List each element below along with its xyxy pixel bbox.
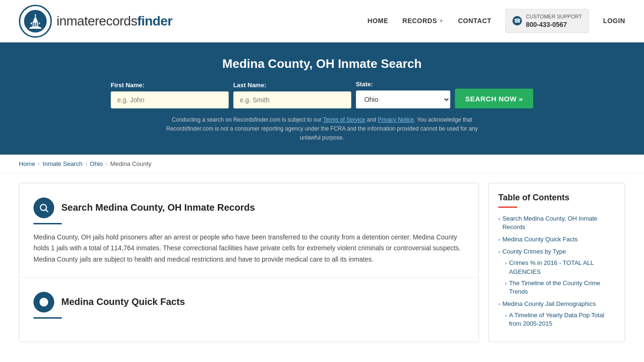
- section-header-search: Search Medina County, OH Inmate Records: [33, 197, 464, 218]
- section-title-facts: Medina County Quick Facts: [61, 296, 185, 307]
- svg-rect-10: [29, 28, 41, 29]
- section-underline-search: [33, 223, 62, 224]
- last-name-input[interactable]: [233, 91, 351, 108]
- toc-sub-crimes: › Crimes % in 2016 - TOTAL ALL AGENCIES …: [505, 259, 615, 296]
- svg-rect-8: [38, 23, 39, 26]
- toc-link-demographics[interactable]: › Medina County Jail Demographics: [498, 300, 615, 308]
- toc-link-facts[interactable]: › Medina County Quick Facts: [498, 235, 615, 244]
- section-title-search: Search Medina County, OH Inmate Records: [61, 202, 255, 213]
- toc-link-timeline[interactable]: › A Timeline of Yearly Data Pop Total fr…: [505, 311, 615, 328]
- first-name-input[interactable]: [111, 91, 229, 108]
- state-label: State:: [356, 81, 373, 88]
- breadcrumb-sep-2: ›: [85, 161, 87, 166]
- section-header-facts: Medina County Quick Facts: [33, 292, 464, 313]
- toc-arrow-2: ›: [498, 236, 500, 243]
- privacy-link[interactable]: Privacy Notice: [378, 116, 414, 123]
- search-button[interactable]: SEARCH NOW »: [455, 89, 534, 108]
- hero-title: Medina County, OH Inmate Search: [19, 57, 625, 71]
- hero-disclaimer: Conducting a search on Recordsfinder.com…: [162, 115, 482, 143]
- customer-support-button[interactable]: ☎ CUSTOMER SUPPORT 800-433-0567: [505, 9, 589, 33]
- toc-arrow-3: ›: [498, 248, 500, 255]
- toc-underline: [498, 206, 517, 208]
- hero-section: Medina County, OH Inmate Search First Na…: [0, 42, 644, 155]
- section-text-search: Medina County, OH jails hold prisoners a…: [33, 232, 464, 265]
- toc-link-crime-trends[interactable]: › The Timeline of the County Crime Trend…: [505, 279, 615, 296]
- logo[interactable]: inmaterecordsfinder: [19, 5, 173, 38]
- toc-arrow-sub-3: ›: [505, 312, 507, 319]
- toc-sub-item-crimes-2016: › Crimes % in 2016 - TOTAL ALL AGENCIES: [505, 259, 615, 276]
- breadcrumb-current: Medina County: [110, 160, 151, 167]
- toc-item-crimes: › County Crimes by Type › Crimes % in 20…: [498, 247, 615, 296]
- toc-link-crimes[interactable]: › County Crimes by Type: [498, 247, 615, 256]
- toc-item-demographics: › Medina County Jail Demographics › A Ti…: [498, 300, 615, 329]
- toc-arrow-sub-2: ›: [505, 280, 507, 287]
- main-content: Search Medina County, OH Inmate Records …: [0, 173, 644, 352]
- table-of-contents: Table of Contents › Search Medina County…: [488, 183, 625, 342]
- breadcrumb-sep-3: ›: [106, 161, 107, 166]
- tos-link[interactable]: Terms of Service: [323, 116, 365, 123]
- first-name-group: First Name:: [111, 82, 229, 108]
- first-name-label: First Name:: [111, 82, 145, 89]
- search-form: First Name: Last Name: State: Ohio SEARC…: [19, 81, 625, 108]
- toc-item-facts: › Medina County Quick Facts: [498, 235, 615, 244]
- last-name-group: Last Name:: [233, 82, 351, 108]
- toc-link-search[interactable]: › Search Medina County, OH Inmate Record…: [498, 214, 615, 231]
- logo-text: inmaterecordsfinder: [57, 14, 173, 29]
- section-underline-facts: [33, 317, 62, 319]
- content-left: Search Medina County, OH Inmate Records …: [19, 183, 479, 342]
- site-header: inmaterecordsfinder HOME RECORDS ▼ CONTA…: [0, 0, 644, 42]
- section-search-records: Search Medina County, OH Inmate Records …: [19, 183, 479, 278]
- svg-rect-6: [34, 23, 35, 26]
- toc-list: › Search Medina County, OH Inmate Record…: [498, 214, 615, 329]
- nav-home[interactable]: HOME: [368, 17, 388, 25]
- nav-records[interactable]: RECORDS ▼: [403, 17, 444, 25]
- svg-rect-9: [30, 27, 41, 28]
- toc-item-search: › Search Medina County, OH Inmate Record…: [498, 214, 615, 231]
- svg-rect-15: [43, 303, 44, 304]
- toc-arrow-1: ›: [498, 215, 500, 222]
- toc-sub-item-timeline: › A Timeline of Yearly Data Pop Total fr…: [505, 311, 615, 328]
- toc-title: Table of Contents: [498, 193, 615, 203]
- toc-link-crimes-2016[interactable]: › Crimes % in 2016 - TOTAL ALL AGENCIES: [505, 259, 615, 276]
- svg-line-12: [46, 210, 48, 212]
- breadcrumb-sep-1: ›: [38, 161, 40, 166]
- state-group: State: Ohio: [356, 81, 450, 108]
- toc-sub-demographics: › A Timeline of Yearly Data Pop Total fr…: [505, 311, 615, 328]
- support-text: CUSTOMER SUPPORT 800-433-0567: [526, 13, 582, 28]
- main-nav: HOME RECORDS ▼ CONTACT ☎ CUSTOMER SUPPOR…: [368, 9, 625, 33]
- section-quick-facts: Medina County Quick Facts: [19, 278, 479, 338]
- search-icon-circle: [33, 197, 54, 218]
- toc-arrow-4: ›: [498, 301, 500, 308]
- state-select[interactable]: Ohio: [356, 90, 450, 108]
- chevron-down-icon: ▼: [439, 18, 444, 24]
- breadcrumb: Home › Inmate Search › Ohio › Medina Cou…: [0, 155, 644, 173]
- svg-rect-7: [36, 23, 37, 26]
- toc-arrow-sub-1: ›: [505, 260, 507, 267]
- svg-rect-4: [35, 14, 36, 16]
- login-button[interactable]: LOGIN: [603, 17, 625, 25]
- last-name-label: Last Name:: [233, 82, 266, 89]
- headphone-icon: ☎: [512, 16, 522, 25]
- svg-rect-5: [33, 23, 33, 26]
- nav-contact[interactable]: CONTACT: [458, 17, 491, 25]
- breadcrumb-ohio[interactable]: Ohio: [90, 160, 103, 167]
- breadcrumb-home[interactable]: Home: [19, 160, 35, 167]
- info-icon-circle: [33, 292, 54, 313]
- toc-sub-item-crime-trends: › The Timeline of the County Crime Trend…: [505, 279, 615, 296]
- logo-icon: [19, 5, 52, 38]
- breadcrumb-inmate-search[interactable]: Inmate Search: [42, 160, 83, 167]
